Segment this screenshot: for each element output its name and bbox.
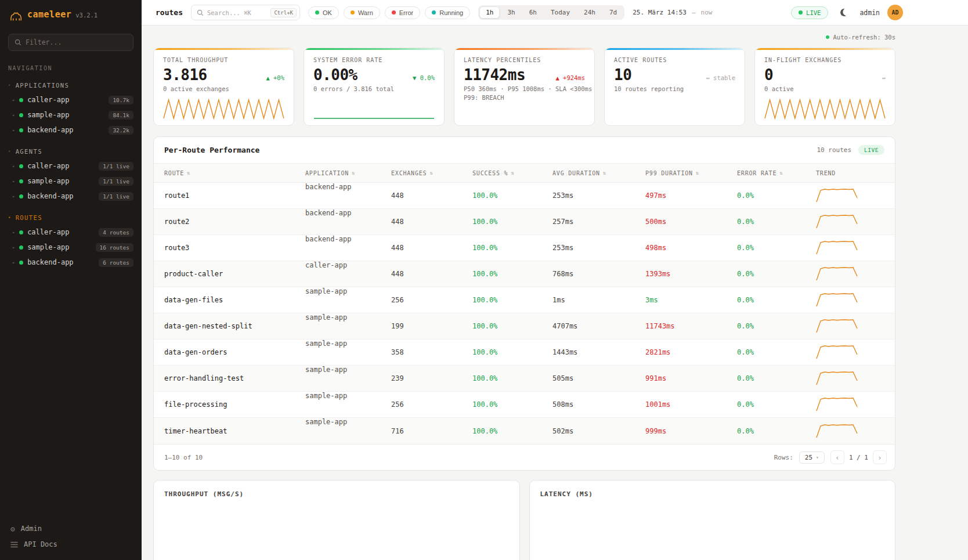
- table-row-product-caller[interactable]: product-caller caller-app 448 100.0% 768…: [154, 261, 895, 287]
- kpi-delta: ▲ +0%: [266, 74, 284, 81]
- chart-title: THROUGHPUT (MSG/S): [164, 490, 509, 498]
- column-label: EXCHANGES: [391, 170, 427, 176]
- sidebar-filter-input[interactable]: [26, 38, 127, 46]
- sidebar-item-routes-caller-app[interactable]: ▸ caller-app 4 routes: [0, 225, 142, 240]
- kpi-title: IN-FLIGHT EXCHANGES: [764, 57, 886, 63]
- sidebar-item-applications-sample-app[interactable]: ▸ sample-app 84.1k: [0, 107, 142, 122]
- cell-p99-duration: 1001ms: [645, 400, 737, 409]
- item-label: sample-app: [27, 111, 104, 119]
- table-footer: 1–10 of 10 Rows: 25 ▾ ‹ 1 / 1 ›: [154, 444, 895, 470]
- column-header-success[interactable]: SUCCESS %⇅: [472, 170, 552, 176]
- sidebar-item-agents-caller-app[interactable]: ▸ caller-app 1/1 live: [0, 158, 142, 174]
- date-from: 25. März 14:53: [633, 9, 687, 16]
- sidebar-item-agents-sample-app[interactable]: ▸ sample-app 1/1 live: [0, 174, 142, 189]
- filter-chip-error[interactable]: Error: [385, 6, 420, 19]
- dark-mode-toggle[interactable]: [836, 5, 852, 21]
- table-row-timer-heartbeat[interactable]: timer-heartbeat sample-app 716 100.0% 50…: [154, 418, 895, 444]
- sort-icon: ⇅: [511, 170, 514, 176]
- column-header-application[interactable]: APPLICATION⇅: [305, 170, 391, 176]
- tab-range-today[interactable]: Today: [544, 6, 576, 19]
- prev-page-button[interactable]: ‹: [830, 450, 844, 464]
- sidebar-item-agents-backend-app[interactable]: ▸ backend-app 1/1 live: [0, 189, 142, 204]
- cell-avg-duration: 4707ms: [552, 322, 645, 330]
- column-header-route[interactable]: ROUTE⇅: [164, 170, 305, 176]
- item-label: backend-app: [27, 192, 95, 200]
- sidebar-item-applications-caller-app[interactable]: ▸ caller-app 10.7k: [0, 92, 142, 107]
- cell-exchanges: 239: [391, 374, 472, 382]
- gear-icon: ⚙: [10, 525, 15, 533]
- table-row-data-gen-files[interactable]: data-gen-files sample-app 256 100.0% 1ms…: [154, 287, 895, 313]
- search-input[interactable]: [207, 9, 267, 16]
- card-accent-bar: [304, 48, 444, 50]
- trend-sparkline: [816, 319, 858, 334]
- cell-success: 100.0%: [472, 270, 552, 278]
- sort-icon: ⇅: [603, 170, 606, 176]
- cell-application: backend-app: [305, 235, 391, 261]
- date-range-display[interactable]: 25. März 14:53 — now: [633, 9, 712, 16]
- sidebar-item-admin[interactable]: ⚙ Admin: [10, 525, 131, 533]
- tab-range-3h[interactable]: 3h: [501, 6, 521, 19]
- search-icon: [197, 9, 204, 16]
- item-label: caller-app: [27, 228, 95, 236]
- filter-chip-ok[interactable]: OK: [308, 6, 339, 19]
- kpi-value: 10: [614, 66, 631, 84]
- item-label: sample-app: [27, 243, 91, 251]
- column-label: P99 DURATION: [645, 170, 693, 176]
- tab-range-6h[interactable]: 6h: [523, 6, 543, 19]
- footer-item-label: Admin: [21, 525, 42, 533]
- item-badge: 1/1 live: [99, 162, 133, 171]
- table-row-route3[interactable]: route3 backend-app 448 100.0% 253ms 498m…: [154, 235, 895, 261]
- rows-per-page-select[interactable]: 25 ▾: [799, 451, 825, 464]
- table-row-error-handling-test[interactable]: error-handling-test sample-app 239 100.0…: [154, 366, 895, 392]
- item-badge: 4 routes: [99, 228, 133, 237]
- time-range-selector: 1h 3h 6h Today 24h 7d: [478, 5, 624, 20]
- table-row-data-gen-orders[interactable]: data-gen-orders sample-app 358 100.0% 14…: [154, 339, 895, 366]
- sidebar-item-applications-backend-app[interactable]: ▸ backend-app 32.2k: [0, 122, 142, 138]
- cell-success: 100.0%: [472, 218, 552, 226]
- tab-range-1h[interactable]: 1h: [479, 6, 500, 19]
- filter-chip-running[interactable]: Running: [425, 6, 470, 19]
- cell-avg-duration: 508ms: [552, 400, 645, 409]
- status-dot: [19, 98, 23, 102]
- auto-refresh-label: Auto-refresh: 30s: [833, 34, 895, 41]
- navigation-heading: NAVIGATION: [0, 63, 142, 77]
- next-page-button[interactable]: ›: [873, 450, 887, 464]
- table-row-route2[interactable]: route2 backend-app 448 100.0% 257ms 500m…: [154, 209, 895, 235]
- live-toggle[interactable]: LIVE: [791, 6, 828, 19]
- sidebar-item-routes-backend-app[interactable]: ▸ backend-app 6 routes: [0, 255, 142, 270]
- sort-icon: ⇅: [352, 170, 355, 176]
- chevron-right-icon: ▸: [12, 97, 15, 103]
- cell-success: 100.0%: [472, 322, 552, 330]
- kpi-value: 0.00%: [313, 66, 357, 84]
- sort-icon: ⇅: [429, 170, 433, 176]
- card-accent-bar: [755, 48, 895, 50]
- cell-exchanges: 199: [391, 322, 472, 330]
- keyboard-shortcut-badge: Ctrl+K: [270, 8, 297, 17]
- column-header-error-rate[interactable]: ERROR RATE⇅: [737, 170, 816, 176]
- tab-range-7d[interactable]: 7d: [603, 6, 623, 19]
- docs-icon: [10, 541, 18, 548]
- column-header-avg-duration[interactable]: AVG DURATION⇅: [552, 170, 645, 176]
- status-dot: [315, 10, 319, 15]
- avatar[interactable]: AD: [887, 5, 903, 20]
- section-header-routes[interactable]: ▾ ROUTES: [0, 209, 142, 225]
- throughput-sparkline: [163, 99, 284, 120]
- search-box[interactable]: Ctrl+K: [191, 5, 300, 20]
- column-header-p99-duration[interactable]: P99 DURATION⇅: [645, 170, 737, 176]
- column-header-exchanges[interactable]: EXCHANGES⇅: [391, 170, 472, 176]
- item-badge: 1/1 live: [99, 177, 133, 186]
- table-row-data-gen-nested-split[interactable]: data-gen-nested-split sample-app 199 100…: [154, 313, 895, 339]
- section-header-agents[interactable]: ▾ AGENTS: [0, 143, 142, 158]
- table-row-file-processing[interactable]: file-processing sample-app 256 100.0% 50…: [154, 392, 895, 418]
- sidebar-item-routes-sample-app[interactable]: ▸ sample-app 16 routes: [0, 240, 142, 255]
- cell-p99-duration: 498ms: [645, 244, 737, 252]
- tab-range-24h[interactable]: 24h: [577, 6, 602, 19]
- sidebar-item-api-docs[interactable]: API Docs: [10, 540, 131, 548]
- table-row-route1[interactable]: route1 backend-app 448 100.0% 253ms 497m…: [154, 183, 895, 209]
- sidebar-filter[interactable]: [8, 34, 133, 51]
- status-dot: [19, 245, 23, 250]
- section-header-applications[interactable]: ▾ APPLICATIONS: [0, 77, 142, 92]
- app-logo[interactable]: cameleer v3.2.1: [0, 0, 142, 28]
- item-label: sample-app: [27, 177, 95, 185]
- filter-chip-warn[interactable]: Warn: [344, 6, 380, 19]
